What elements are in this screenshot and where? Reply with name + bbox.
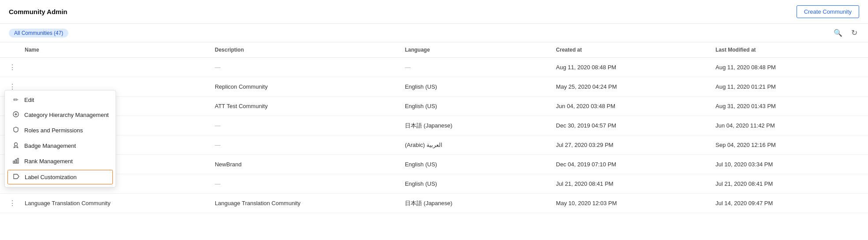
- table-row: ⋮Language Translation CommunityLanguage …: [0, 194, 868, 213]
- menu-item-badge-label: Badge Management: [24, 142, 76, 149]
- label-icon: [12, 173, 20, 181]
- table-row: ⋮Replicon CommunityEnglish (US)May 25, 2…: [0, 77, 868, 97]
- menu-item-badge-management[interactable]: Badge Management: [5, 138, 116, 154]
- table-row: ⋮Community 23123—English (US)Jul 21, 202…: [0, 174, 868, 194]
- row-name: [18, 58, 208, 77]
- row-created-at: May 10, 2020 12:03 PM: [549, 194, 709, 213]
- row-language: 日本語 (Japanese): [398, 194, 549, 213]
- row-created-at: Dec 04, 2019 07:10 PM: [549, 155, 709, 174]
- row-last-modified: Aug 31, 2020 01:43 PM: [708, 97, 868, 116]
- row-dots-menu[interactable]: ⋮: [9, 83, 16, 90]
- row-description: —: [208, 116, 398, 135]
- dropdown-menu: ✏ Edit Category Hierarchy Management Rol…: [4, 90, 116, 188]
- row-created-at: Dec 30, 2019 04:57 PM: [549, 116, 709, 135]
- row-description: —: [208, 135, 398, 155]
- search-icon: 🔍: [834, 29, 842, 37]
- row-dots-menu[interactable]: ⋮: [9, 64, 16, 71]
- refresh-button[interactable]: ↻: [849, 27, 859, 38]
- table-row: ⋮—(Arabic) العربيةJul 27, 2020 03:29 PMS…: [0, 135, 868, 155]
- search-button[interactable]: 🔍: [832, 28, 844, 38]
- page-title: Community Admin: [9, 8, 67, 15]
- row-language: 日本語 (Japanese): [398, 116, 549, 135]
- col-last-modified: Last Modified at: [708, 42, 868, 58]
- create-community-button[interactable]: Create Community: [797, 5, 859, 18]
- row-description: —: [208, 58, 398, 77]
- row-created-at: Jul 21, 2020 08:41 PM: [549, 174, 709, 194]
- table-row: ⋮ATT Test CommunityEnglish (US)Jun 04, 2…: [0, 97, 868, 116]
- menu-item-label-label: Label Customization: [25, 174, 77, 180]
- menu-item-category-hierarchy[interactable]: Category Hierarchy Management: [5, 107, 116, 123]
- col-language: Language: [398, 42, 549, 58]
- row-description: Language Translation Community: [208, 194, 398, 213]
- filter-bar: All Communities (47) 🔍 ↻: [0, 24, 868, 42]
- edit-icon: ✏: [12, 96, 20, 103]
- row-language: English (US): [398, 97, 549, 116]
- menu-item-rank-management[interactable]: Rank Management: [5, 154, 116, 169]
- top-bar: Community Admin Create Community All Com…: [0, 0, 868, 42]
- category-icon: [12, 111, 20, 119]
- row-created-at: Jul 27, 2020 03:29 PM: [549, 135, 709, 155]
- svg-rect-3: [15, 160, 17, 163]
- all-communities-chip[interactable]: All Communities (47): [9, 29, 68, 38]
- row-last-modified: Jul 14, 2020 09:47 PM: [708, 194, 868, 213]
- col-description: Description: [208, 42, 398, 58]
- menu-item-edit-label: Edit: [24, 97, 34, 103]
- row-language: —: [398, 58, 549, 77]
- menu-item-category-label: Category Hierarchy Management: [24, 112, 108, 118]
- row-created-at: Jun 04, 2020 03:48 PM: [549, 97, 709, 116]
- filter-actions: 🔍 ↻: [832, 27, 859, 38]
- table-row: ⋮NewBrandNewBrandEnglish (US)Dec 04, 201…: [0, 155, 868, 174]
- col-actions: [0, 42, 18, 58]
- row-last-modified: Aug 11, 2020 01:21 PM: [708, 77, 868, 97]
- badge-icon: [12, 142, 20, 150]
- menu-item-roles-permissions[interactable]: Roles and Permissions: [5, 123, 116, 138]
- row-description: Replicon Community: [208, 77, 398, 97]
- row-actions-cell: ⋮: [0, 58, 18, 77]
- row-created-at: Aug 11, 2020 08:48 PM: [549, 58, 709, 77]
- row-language: English (US): [398, 155, 549, 174]
- menu-item-rank-label: Rank Management: [24, 158, 73, 165]
- svg-rect-2: [13, 161, 15, 163]
- menu-item-label-customization[interactable]: Label Customization: [7, 170, 113, 184]
- row-last-modified: Sep 04, 2020 12:16 PM: [708, 135, 868, 155]
- row-last-modified: Jul 10, 2020 03:34 PM: [708, 155, 868, 174]
- row-dots-menu[interactable]: ⋮: [9, 199, 16, 207]
- rank-icon: [12, 158, 20, 165]
- menu-item-roles-label: Roles and Permissions: [24, 127, 83, 134]
- communities-table: Name Description Language Created at Las…: [0, 42, 868, 213]
- col-created-at: Created at: [549, 42, 709, 58]
- row-language: English (US): [398, 174, 549, 194]
- svg-rect-4: [17, 158, 19, 163]
- table-row: ⋮—日本語 (Japanese)Dec 30, 2019 04:57 PMJun…: [0, 116, 868, 135]
- row-language: English (US): [398, 77, 549, 97]
- menu-item-edit[interactable]: ✏ Edit: [5, 92, 116, 107]
- col-name: Name: [18, 42, 208, 58]
- row-name: Language Translation Community: [18, 194, 208, 213]
- row-description: —: [208, 174, 398, 194]
- row-last-modified: Jun 04, 2020 11:42 PM: [708, 116, 868, 135]
- table-container: ✏ Edit Category Hierarchy Management Rol…: [0, 42, 868, 213]
- row-language: (Arabic) العربية: [398, 135, 549, 155]
- table-row: ⋮——Aug 11, 2020 08:48 PMAug 11, 2020 08:…: [0, 58, 868, 77]
- row-actions-cell: ⋮: [0, 194, 18, 213]
- row-last-modified: Aug 11, 2020 08:48 PM: [708, 58, 868, 77]
- row-created-at: May 25, 2020 04:24 PM: [549, 77, 709, 97]
- row-last-modified: Jul 21, 2020 08:41 PM: [708, 174, 868, 194]
- refresh-icon: ↻: [851, 29, 857, 37]
- row-description: NewBrand: [208, 155, 398, 174]
- context-menu: ✏ Edit Category Hierarchy Management Rol…: [4, 90, 116, 188]
- svg-point-1: [15, 143, 18, 146]
- shield-icon: [12, 127, 20, 134]
- row-description: ATT Test Community: [208, 97, 398, 116]
